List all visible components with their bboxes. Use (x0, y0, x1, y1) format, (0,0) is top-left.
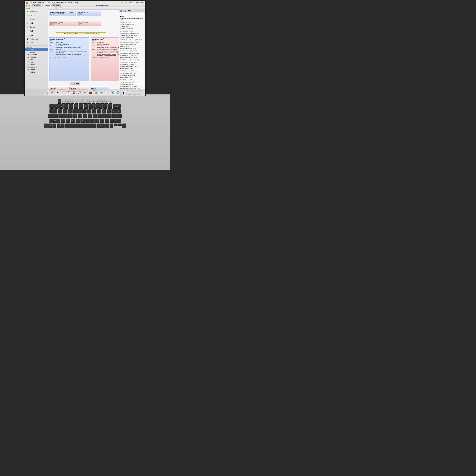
list-item[interactable]: McKINLEY, Harriet (1818 – 1899) (119, 85, 145, 88)
list-item[interactable]: JEFFRIES, James Earl (1883 – 1944) (119, 32, 145, 34)
key-u[interactable]: U (87, 109, 91, 113)
sidebar-sub-item-places[interactable]: 📍 Places (25, 61, 48, 63)
key-5[interactable]: % (74, 104, 78, 108)
list-item[interactable]: JEFFRIES, Octavia (1855 – ) (119, 37, 145, 39)
dock-sword[interactable]: 💼 (88, 90, 93, 95)
key-a[interactable]: A (58, 114, 63, 118)
key-fn[interactable]: fn (44, 124, 48, 128)
key-f6[interactable]: 💡💡 (83, 99, 87, 103)
key-cmd-l[interactable]: ⌘ (57, 124, 65, 128)
list-item[interactable]: McEUEN, Walter (1857 – ) (119, 83, 145, 85)
key-f1[interactable]: ☀ (62, 99, 66, 103)
key-f7[interactable]: ⏮ (87, 99, 91, 103)
dock-finder[interactable]: 🔍 (44, 90, 49, 95)
person-card-martha[interactable]: Martha Jane ELLIS44 Age: 74 Birth 2 Sep … (91, 37, 119, 81)
key-f9[interactable]: ⏭ (96, 99, 100, 103)
sidebar-item-mark[interactable]: ✓ Mark (25, 29, 48, 33)
key-4[interactable]: $ (69, 104, 73, 108)
key-q[interactable]: Q (58, 109, 62, 113)
key-shift-l[interactable]: shift (50, 119, 60, 123)
dock-stocks[interactable]: 📈 (104, 90, 110, 95)
key-caps[interactable]: caps lock (48, 114, 58, 118)
list-item[interactable]: JEFFRIES, Elijah (119, 25, 145, 28)
minimize-button[interactable] (27, 5, 29, 6)
key-l[interactable]: L (97, 114, 102, 118)
apple-menu[interactable]: 🍎 (26, 1, 28, 4)
search-input[interactable] (123, 13, 144, 15)
list-item[interactable]: McEUEN, Charlotte (1851 – 1879) (119, 50, 145, 52)
key-f2[interactable]: ☀☀ (66, 99, 70, 103)
key-slash[interactable]: ? (105, 119, 109, 123)
dock-trash[interactable]: 🗑 (121, 90, 126, 95)
key-z[interactable]: Z (61, 119, 65, 123)
menu-help[interactable]: Help (75, 2, 78, 3)
list-item[interactable]: McEUEN, David Henry (1861 – 1942) (119, 52, 145, 54)
key-w[interactable]: W (63, 109, 67, 113)
key-f11[interactable]: 🔉 (104, 99, 108, 103)
list-item[interactable]: MARCUS, Gerald (119, 46, 145, 48)
key-m[interactable]: M (90, 119, 95, 123)
list-item[interactable]: McEUEN, Ruth (1870 – 1872) (119, 81, 145, 83)
key-r[interactable]: R (72, 109, 77, 113)
list-item[interactable]: JEFFRIES, J. D. Jr. (1909 – ) (119, 30, 145, 32)
key-delete[interactable]: delete (113, 104, 121, 108)
list-item[interactable]: McEUEN, Mary E. (1849 – 1853) (119, 72, 145, 74)
key-h[interactable]: H (83, 114, 87, 118)
key-left[interactable]: ◀ (110, 124, 113, 128)
list-item[interactable]: McEUEN, Ellsworth (1863 – 1928) (119, 57, 145, 59)
key-i[interactable]: I (92, 109, 96, 113)
key-9[interactable]: ( (93, 104, 98, 108)
search-box[interactable]: 🔍 (120, 13, 144, 15)
sidebar-item-tree-view[interactable]: 🌳 Tree View (25, 9, 48, 13)
toolbar-nav-home[interactable]: ⌂ (60, 7, 62, 9)
person-card-benjamin[interactable]: Benjamin IGLEHEART44 Age: 67 Birth 14 De… (49, 37, 89, 81)
list-item[interactable]: McADAMS, Anna (1864 – 1945) (119, 48, 145, 50)
key-period[interactable]: > (100, 119, 104, 123)
list-item[interactable]: IGLEHEART, William James Humphrey (1815 … (119, 17, 145, 21)
toolbar-nav-left[interactable]: ◀ (56, 7, 59, 9)
sidebar-sub-item-sources[interactable]: 📄 Sources (25, 51, 48, 53)
sidebar-sub-item-multimedia[interactable]: 🎬 Multimedia (25, 53, 48, 56)
key-up[interactable]: ▲ (114, 124, 118, 126)
toolbar-share-btn[interactable]: ⬆ (53, 7, 56, 9)
sidebar-item-find[interactable]: 🔍 Find (25, 21, 48, 25)
key-j[interactable]: J (88, 114, 92, 118)
key-equals[interactable]: + (108, 104, 112, 108)
sidebar-item-reports[interactable]: 📋 Reports (25, 17, 48, 21)
key-s[interactable]: S (63, 114, 68, 118)
key-2[interactable]: @ (59, 104, 64, 108)
key-y[interactable]: Y (82, 109, 86, 113)
list-item[interactable]: McEUEN, Lucretia J. (1854 – ) (119, 70, 145, 72)
list-item[interactable]: McEUEN, Henrietta Clay (1847 – 1902) (119, 59, 145, 61)
app-name[interactable]: Janine's Family File 11 (30, 2, 46, 3)
menu-view[interactable]: View (56, 2, 60, 3)
key-return[interactable]: return (112, 114, 122, 118)
list-item[interactable]: McEUEN, James S. (1865 – 1925) (119, 66, 145, 68)
key-8[interactable]: * (88, 104, 93, 108)
sidebar-sub-item-results[interactable]: 🔎 Results (25, 63, 48, 66)
tab-igleheart[interactable]: B.F. Igleheart (41, 5, 51, 6)
dock-twitter[interactable]: 🐦 (99, 90, 104, 95)
key-down[interactable]: ▼ (118, 124, 122, 126)
sidebar-item-thumbnails[interactable]: 🖼 Thumbnails (25, 37, 48, 41)
key-o[interactable]: O (97, 109, 101, 113)
key-minus[interactable]: _ (103, 104, 107, 108)
sidebar-sub-item-clipboard[interactable]: 📋 Clipboard (25, 71, 48, 73)
list-item[interactable]: JEFFRIES, Harriett (1858 – ) (119, 28, 145, 30)
list-item[interactable]: McEUEN, Henry C. (1823 – 1894) (119, 61, 145, 63)
key-f4[interactable]: ⊡ (75, 99, 78, 103)
key-cmd-r[interactable]: ⌘ (97, 124, 105, 128)
dock-photos[interactable]: 🌄 (71, 90, 76, 95)
key-f[interactable]: F (73, 114, 77, 118)
key-1[interactable]: ! (54, 104, 59, 108)
menu-window[interactable]: Window (68, 2, 73, 3)
key-f10[interactable]: 🔇 (100, 99, 104, 103)
list-item[interactable]: MARCUS, Barry Avrum (1953 – ) (119, 43, 145, 46)
tab-adams[interactable]: G.W. Adams (51, 4, 61, 6)
person-card-mary[interactable]: Mary Jane HUNT 1821 – Age: ? (77, 21, 101, 26)
person-card-augustin[interactable]: Augustin ELLIS 1815 – Age: ? (77, 11, 101, 16)
key-p[interactable]: P (102, 109, 106, 113)
list-item[interactable]: McEUEN, Mollie (1870 – ) (119, 77, 145, 79)
key-tab[interactable]: tab (50, 109, 57, 113)
maximize-button[interactable] (29, 5, 30, 6)
